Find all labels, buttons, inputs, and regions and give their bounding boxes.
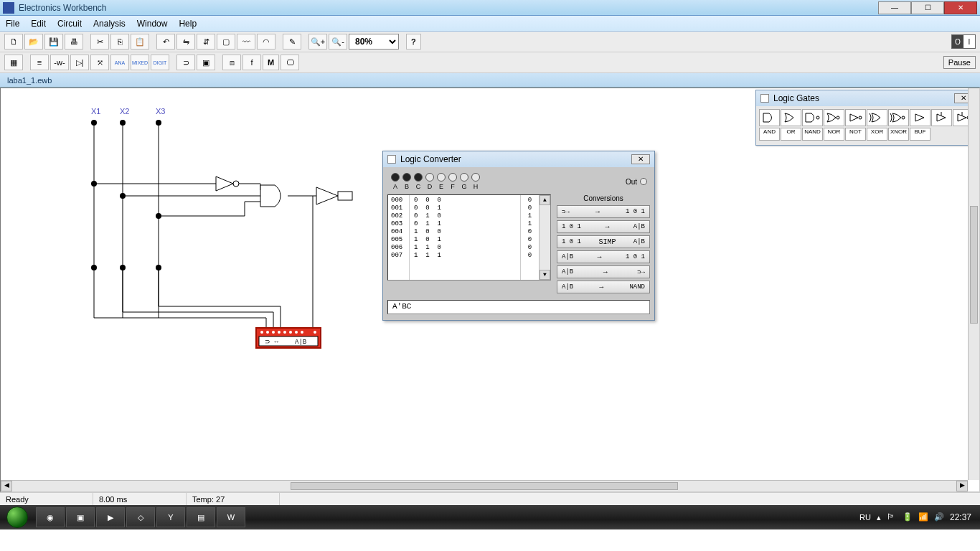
new-file-button[interactable]: 🗋 [4,34,23,50]
conv-expr-to-circuit[interactable]: A|B→⊃→ [557,265,650,278]
gate-label-not[interactable]: NOT [845,128,866,141]
gate-label-nand[interactable]: NAND [802,128,823,141]
logic-converter-close-button[interactable]: ✕ [631,154,650,164]
gate-and-icon[interactable] [759,109,780,126]
graph-button[interactable]: 〰 [237,34,255,50]
expression-field[interactable]: A'BC [387,300,650,314]
menu-help[interactable]: Help [179,19,197,29]
gate-or-icon[interactable] [781,109,801,126]
analysis-button[interactable]: ◠ [257,34,275,50]
component-props-button[interactable]: ✎ [283,34,301,50]
conv-expr-to-nand[interactable]: A|B→NAND [557,281,650,293]
gate-label-xor[interactable]: XOR [867,128,887,141]
taskbar-app-5[interactable]: Y [156,507,185,527]
palette-titlebar[interactable]: Logic Gates ✕ [756,90,977,106]
gate-tristate-icon[interactable] [931,109,952,126]
taskbar-app-3[interactable]: ▶ [96,507,125,527]
menu-edit[interactable]: Edit [31,19,46,29]
network-icon[interactable]: 📶 [918,512,928,522]
gate-nand-icon[interactable] [802,109,823,126]
indicators-button[interactable]: ⧈ [222,55,241,70]
conv-truth-to-expr[interactable]: 1 0 1→A|B [557,220,650,233]
simulate-switch[interactable]: OI [951,34,976,49]
canvas-vertical-scrollbar[interactable] [968,88,979,480]
canvas-horizontal-scrollbar[interactable]: ◀▶ [1,480,968,491]
terminal-C[interactable]: C [413,173,423,190]
battery-icon[interactable]: 🔋 [903,512,913,522]
volume-icon[interactable]: 🔊 [934,512,944,522]
taskbar-app-4[interactable]: ◇ [126,507,155,527]
terminal-F[interactable]: F [448,173,458,190]
gate-label-nor[interactable]: NOR [824,128,844,141]
gate-buffer-icon[interactable] [910,109,930,126]
save-file-button[interactable]: 💾 [44,34,63,50]
minimize-button[interactable]: — [878,1,911,14]
rotate-left-button[interactable]: ↶ [156,34,175,50]
basic-button[interactable]: -w- [50,55,69,70]
instruments-button[interactable]: 🖵 [281,55,299,70]
misc-button[interactable]: M [263,55,279,70]
pause-button[interactable]: Pause [943,56,976,69]
logic-gates-button[interactable]: ⊃ [176,55,195,70]
terminal-E[interactable]: E [436,173,446,190]
truth-table-scrollbar[interactable]: ▲▼ [539,195,550,280]
taskbar-app-7[interactable]: W [217,507,245,527]
start-button[interactable] [3,505,32,529]
menu-file[interactable]: File [6,19,19,29]
document-tab[interactable]: laba1_1.ewb [0,73,980,88]
conv-circuit-to-truth[interactable]: ⊃→→1 0 1 [557,205,650,218]
conv-truth-to-simp[interactable]: 1 0 1SIMPA|B [557,235,650,248]
flip-horizontal-button[interactable]: ⇋ [176,34,195,50]
gate-label-xnor[interactable]: XNOR [888,128,909,141]
zoom-in-button[interactable]: 🔍+ [308,34,327,50]
open-file-button[interactable]: 📂 [24,34,43,50]
terminal-G[interactable]: G [459,173,469,190]
menu-circuit[interactable]: Circuit [57,19,82,29]
language-indicator[interactable]: RU [859,513,871,522]
digital-button[interactable]: ▣ [197,55,215,70]
terminal-H[interactable]: H [471,173,481,190]
menu-window[interactable]: Window [137,19,168,29]
flip-vertical-button[interactable]: ⇵ [197,34,215,50]
tray-chevron-icon[interactable]: ▴ [877,513,881,522]
zoom-out-button[interactable]: 🔍- [329,34,347,50]
terminal-A[interactable]: A [390,173,400,190]
gate-label-and[interactable]: AND [759,128,780,141]
terminal-B[interactable]: B [402,173,412,190]
help-button[interactable]: ? [406,34,421,50]
print-button[interactable]: 🖶 [65,34,83,50]
digital-ics-button[interactable]: DIGIT [151,55,169,70]
gate-nor-icon[interactable] [824,109,844,126]
mixed-ics-button[interactable]: MIXED [131,55,149,70]
analog-ics-button[interactable]: ANA [110,55,129,70]
gate-label-buf[interactable]: BUF [910,128,930,141]
cut-button[interactable]: ✂ [90,34,109,50]
close-button[interactable]: ✕ [944,1,977,14]
sources-button[interactable]: ≡ [30,55,49,70]
subcircuit-button[interactable]: ▢ [217,34,235,50]
clock[interactable]: 22:37 [950,512,971,522]
schematic-canvas[interactable]: X1 X2 X3 [1,88,979,491]
taskbar-app-6[interactable]: ▤ [187,507,215,527]
paste-button[interactable]: 📋 [131,34,149,50]
diodes-button[interactable]: ▷| [70,55,89,70]
taskbar-app-2[interactable]: ▣ [66,507,95,527]
terminal-D[interactable]: D [425,173,435,190]
logic-gates-palette: Logic Gates ✕ AND OR [755,90,978,146]
copy-button[interactable]: ⎘ [110,34,129,50]
logic-converter-title: Logic Converter [400,154,461,164]
transistors-button[interactable]: ⤱ [90,55,109,70]
logic-converter-titlebar[interactable]: Logic Converter ✕ [383,151,654,167]
conv-expr-to-truth[interactable]: A|B→1 0 1 [557,250,650,263]
menu-analysis[interactable]: Analysis [93,19,126,29]
zoom-select[interactable]: 80% [349,34,399,50]
maximize-button[interactable]: ☐ [911,1,944,14]
taskbar-app-1[interactable]: ◉ [36,507,65,527]
gate-not-icon[interactable] [845,109,866,126]
favorites-button[interactable]: ▦ [4,55,23,70]
flag-icon[interactable]: 🏳 [887,512,897,522]
gate-label-or[interactable]: OR [781,128,801,141]
gate-xnor-icon[interactable] [888,109,909,126]
gate-xor-icon[interactable] [867,109,887,126]
controls-button[interactable]: f [242,55,261,70]
